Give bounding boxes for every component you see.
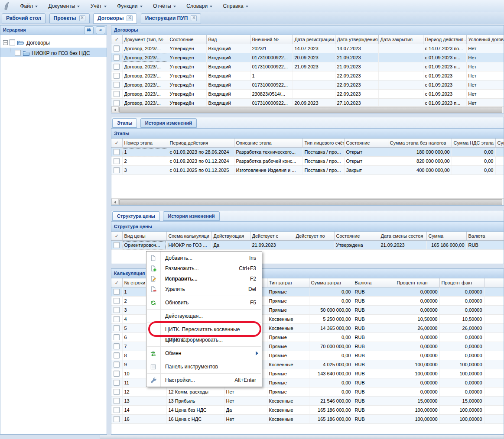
node-checkbox[interactable]: [15, 50, 21, 56]
context-menu-item-duplicate[interactable]: Размножить...Ctrl+F3: [146, 263, 262, 274]
table-row[interactable]: 1313 ПрибыльНетКосвенные21 546 000,00RUB…: [111, 397, 504, 406]
collapse-expander-icon[interactable]: [3, 40, 8, 45]
column-header[interactable]: Дата смены состоя: [379, 232, 426, 241]
column-header[interactable]: Дата регистрации.: [293, 35, 335, 44]
column-header[interactable]: Схема калькуляци: [166, 232, 211, 241]
scroll-left-arrow[interactable]: [111, 107, 119, 113]
node-checkbox[interactable]: [9, 39, 15, 45]
column-header[interactable]: Период действия..: [423, 35, 466, 44]
column-header[interactable]: Валюта: [466, 232, 504, 241]
column-header[interactable]: Внешний №: [250, 35, 293, 44]
context-menu-item-citk-recalculate-indirect-costs[interactable]: ЦИТК. Пересчитать косвенные затраты...: [146, 324, 262, 335]
context-menu-item-current[interactable]: Действующая...: [146, 311, 262, 321]
tab-desktop[interactable]: Рабочий стол: [2, 13, 46, 23]
column-header[interactable]: Условный догов: [466, 35, 504, 44]
row-checkbox[interactable]: [114, 343, 120, 349]
column-header[interactable]: Действует по: [294, 232, 334, 241]
menu-dictionaries[interactable]: Словари: [182, 0, 217, 12]
row-checkbox[interactable]: [114, 334, 120, 340]
column-header[interactable]: Сум: [495, 139, 504, 148]
tab-change-history[interactable]: История изменений: [140, 118, 197, 128]
column-header[interactable]: Состояние: [168, 35, 206, 44]
scrollbar-thumb[interactable]: [119, 107, 502, 113]
table-row[interactable]: Ориентировоч...НИОКР по ГОЗ ...Да21.09.2…: [111, 241, 504, 250]
close-icon[interactable]: [79, 15, 85, 21]
tab-pup-instructions[interactable]: Инструкции ПУП: [141, 13, 201, 23]
context-menu-item-add[interactable]: Добавить...Ins: [146, 253, 262, 263]
search-button[interactable]: [84, 26, 94, 34]
bottom-scrollbar[interactable]: [100, 435, 504, 439]
column-header[interactable]: Состояние: [334, 232, 379, 241]
row-checkbox[interactable]: [114, 158, 120, 164]
column-header[interactable]: Вид: [206, 35, 250, 44]
table-row[interactable]: Договор, 2023/...УтверждёнВходящий017310…: [111, 62, 504, 71]
column-header[interactable]: Валюта: [353, 278, 395, 287]
column-header[interactable]: [484, 278, 504, 287]
row-checkbox[interactable]: [114, 407, 120, 413]
tree-node-contracts[interactable]: Договоры: [0, 39, 107, 48]
row-checkbox[interactable]: [114, 380, 120, 386]
row-checkbox[interactable]: [114, 55, 120, 61]
context-menu-item-citk-generate[interactable]: ЦИТК. Сформировать...: [146, 335, 262, 345]
column-header[interactable]: Описание этапа: [234, 139, 302, 148]
column-header[interactable]: Сумма НДС этапа: [452, 139, 495, 148]
tab-projects[interactable]: Проекты: [49, 13, 90, 23]
menu-accounting[interactable]: Учёт: [86, 0, 111, 12]
table-row[interactable]: 3с 01.01.2025 по 01.12.2025Изготовление …: [111, 166, 504, 175]
column-header[interactable]: Номер этапа: [122, 139, 168, 148]
tab-contracts[interactable]: Договоры: [93, 13, 137, 24]
row-checkbox[interactable]: [114, 389, 120, 395]
column-header[interactable]: Действующая: [211, 232, 250, 241]
row-checkbox[interactable]: [114, 307, 120, 313]
scroll-left-arrow[interactable]: [111, 199, 119, 205]
select-all-header[interactable]: ✓: [111, 139, 122, 148]
table-row[interactable]: 1212 Комм. расходыНетПрямые0,00RUB0,0000…: [111, 387, 504, 397]
tree-node-niokr[interactable]: НИОКР по ГОЗ без НДС: [0, 48, 107, 57]
column-header[interactable]: Дата закрытия: [378, 35, 423, 44]
table-row[interactable]: Договор, 2023/...УтверждёнВходящий122.09…: [111, 71, 504, 81]
menu-reports[interactable]: Отчёты: [149, 0, 180, 12]
row-checkbox[interactable]: [114, 45, 120, 52]
menu-documents[interactable]: Документы: [44, 0, 84, 12]
context-menu-item-edit[interactable]: Исправить...F2: [146, 274, 262, 284]
menu-file[interactable]: Файл: [16, 0, 42, 12]
column-header[interactable]: Тип затрат: [267, 278, 309, 287]
scrollbar-thumb[interactable]: [119, 199, 502, 205]
table-row[interactable]: 1616 Цена с НДСНетКосвенные165 186 000,0…: [111, 415, 504, 424]
column-header[interactable]: Действует с: [250, 232, 294, 241]
table-row[interactable]: 1414 Цена без НДСДаКосвенные165 186 000,…: [111, 406, 504, 415]
row-checkbox[interactable]: [114, 149, 120, 155]
table-row[interactable]: Договор, 2023/...УтверждёнВходящий230823…: [111, 90, 504, 99]
row-checkbox[interactable]: [114, 316, 120, 322]
table-row[interactable]: 1с 01.09.2023 по 28.06.2024Разработка те…: [111, 148, 504, 157]
row-checkbox[interactable]: [114, 82, 120, 88]
column-header[interactable]: Дата утверждения: [335, 35, 378, 44]
tab-change-history[interactable]: История изменений: [163, 211, 219, 221]
context-menu-item-delete[interactable]: УдалитьDel: [146, 284, 262, 294]
column-header[interactable]: Сумма этапа без налогов: [388, 139, 452, 148]
column-header[interactable]: Тип лицевого счёт: [302, 139, 344, 148]
menu-help[interactable]: Справка: [219, 0, 253, 12]
row-checkbox[interactable]: [114, 398, 120, 404]
menu-functions[interactable]: Функции: [113, 0, 146, 12]
column-header[interactable]: Процент факт: [439, 278, 484, 287]
row-checkbox[interactable]: [114, 64, 120, 70]
close-icon[interactable]: [191, 15, 197, 21]
column-header[interactable]: Документ (тип, №: [122, 35, 168, 44]
row-checkbox[interactable]: [114, 167, 120, 173]
row-checkbox[interactable]: [114, 289, 120, 295]
tab-stages[interactable]: Этапы: [112, 118, 137, 128]
select-all-header[interactable]: ✓: [111, 278, 122, 287]
select-all-header[interactable]: ✓: [111, 35, 122, 44]
table-row[interactable]: Договор, 2023/...УтверждёнВходящий017310…: [111, 53, 504, 62]
row-checkbox[interactable]: [114, 91, 120, 97]
table-row[interactable]: 2с 01.09.2023 по 01.12.2024Разработка ра…: [111, 157, 504, 166]
row-checkbox[interactable]: [114, 416, 120, 422]
h-scrollbar[interactable]: [111, 198, 504, 205]
column-header[interactable]: Сумма затрат: [309, 278, 353, 287]
context-menu-item-toolbar-toggle[interactable]: Панель инструментов: [146, 362, 262, 372]
select-all-header[interactable]: ✓: [111, 232, 122, 241]
column-header[interactable]: Сумма: [426, 232, 466, 241]
tab-price-structure[interactable]: Структура цены: [112, 211, 160, 221]
row-checkbox[interactable]: [114, 325, 120, 331]
